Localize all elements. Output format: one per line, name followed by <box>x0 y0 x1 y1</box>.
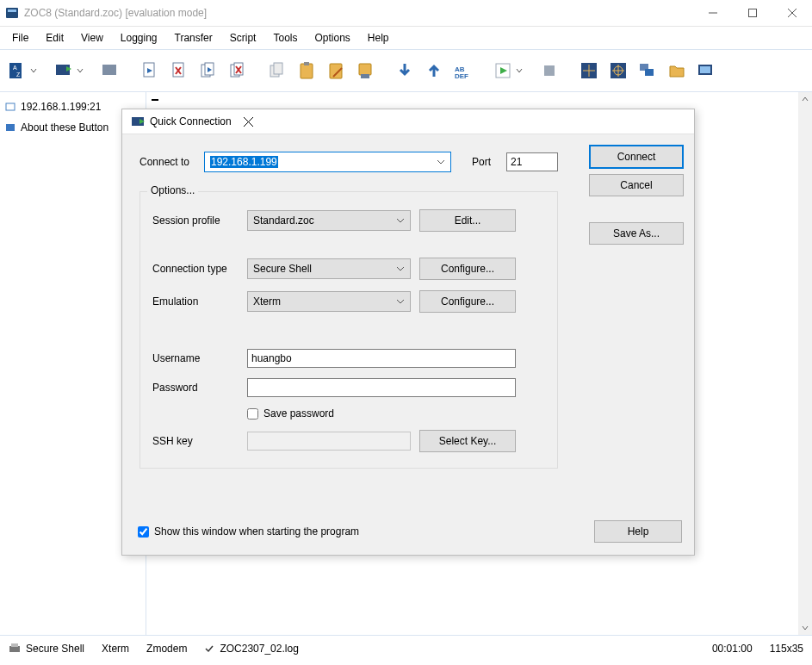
session-icon <box>5 102 15 112</box>
pages-x-icon <box>228 61 247 80</box>
paste-edit-button[interactable] <box>322 54 350 87</box>
svg-text:DEF: DEF <box>455 72 468 80</box>
dropdown-icon <box>77 67 84 74</box>
select-key-button[interactable]: Select Key... <box>419 430 516 452</box>
menu-options[interactable]: Options <box>306 28 358 47</box>
menu-file[interactable]: File <box>3 28 37 47</box>
save-password-checkbox[interactable]: Save password <box>247 407 334 420</box>
print-button[interactable] <box>351 54 379 87</box>
status-logfile: ZOC2307_02.log <box>204 643 298 655</box>
cancel-button[interactable]: Cancel <box>589 174 684 196</box>
svg-rect-1 <box>8 9 16 12</box>
connection-type-combo[interactable]: Secure Shell <box>247 258 411 279</box>
toolbar: AZ ABDEF <box>0 49 812 92</box>
target1-button[interactable] <box>575 54 603 87</box>
scroll-up-icon[interactable] <box>798 92 812 106</box>
host-directory-button[interactable]: AZ <box>3 54 48 87</box>
configure-emulation-button[interactable]: Configure... <box>419 290 516 313</box>
edit-profile-button[interactable]: Edit... <box>419 209 516 232</box>
quick-connect-button[interactable] <box>50 54 95 87</box>
arrow-down-icon <box>395 61 414 80</box>
tile-windows-button[interactable] <box>634 54 661 87</box>
window-title: ZOC8 (Standard.zoc) [evaluation mode] <box>24 7 207 19</box>
close-button[interactable] <box>772 0 812 26</box>
maximize-button[interactable] <box>733 0 772 26</box>
open-folder-button[interactable] <box>663 54 691 87</box>
log-stop-button[interactable] <box>165 54 193 87</box>
dialog-title: Quick Connection <box>150 115 232 127</box>
session-active-icon <box>5 122 15 133</box>
svg-text:A: A <box>13 65 17 71</box>
emulation-combo[interactable]: Xterm <box>247 291 411 312</box>
menu-logging[interactable]: Logging <box>112 28 166 47</box>
arrow-up-icon <box>425 61 443 80</box>
connect-button[interactable]: Connect <box>589 145 684 169</box>
dialog-close-button[interactable] <box>232 109 266 134</box>
minimize-button[interactable] <box>693 0 733 26</box>
session-profile-label: Session profile <box>152 214 239 227</box>
menu-transfer[interactable]: Transfer <box>166 28 221 47</box>
status-emulation: Xterm <box>102 643 129 655</box>
monitor-blank-icon <box>697 61 716 80</box>
windows-icon <box>638 61 657 80</box>
menu-tools[interactable]: Tools <box>264 28 306 47</box>
paste-button[interactable] <box>293 54 320 87</box>
session-list-item[interactable]: About these Button <box>5 118 140 137</box>
svg-rect-49 <box>6 124 15 131</box>
disconnect-button[interactable] <box>96 54 124 87</box>
stop-script-button[interactable] <box>536 54 563 87</box>
monitor-off-icon <box>101 61 120 80</box>
show-on-startup-checkbox[interactable]: Show this window when starting the progr… <box>138 525 359 538</box>
play-icon <box>493 61 512 80</box>
crosshair-icon <box>580 61 598 80</box>
connect-to-combo[interactable]: 192.168.1.199 <box>204 152 451 172</box>
options-group: Options... Session profile Standard.zoc … <box>139 191 558 469</box>
download-button[interactable] <box>391 54 418 87</box>
vertical-scrollbar[interactable] <box>798 92 812 635</box>
menu-bar: File Edit View Logging Transfer Script T… <box>0 27 812 49</box>
crosshair-circle-icon <box>609 61 628 80</box>
svg-rect-3 <box>749 9 757 17</box>
terminal-cursor <box>152 99 158 101</box>
capture-start-button[interactable] <box>195 54 222 87</box>
menu-edit[interactable]: Edit <box>37 28 72 47</box>
dropdown-icon <box>396 264 405 273</box>
menu-script[interactable]: Script <box>221 28 265 47</box>
help-button[interactable]: Help <box>594 520 682 543</box>
status-connection: Secure Shell <box>9 643 84 655</box>
save-as-button[interactable]: Save As... <box>589 222 684 245</box>
svg-rect-27 <box>304 62 309 65</box>
configure-connection-button[interactable]: Configure... <box>419 258 516 280</box>
clipboard-printer-icon <box>356 61 375 80</box>
ascii-send-button[interactable]: ABDEF <box>449 54 477 87</box>
log-start-button[interactable] <box>136 54 164 87</box>
password-field[interactable] <box>247 378 516 397</box>
copy-button[interactable] <box>263 54 291 87</box>
session-label: 192.168.1.199:21 <box>21 101 101 113</box>
new-session-button[interactable] <box>692 54 720 87</box>
password-label: Password <box>152 382 239 394</box>
menu-help[interactable]: Help <box>359 28 398 47</box>
menu-view[interactable]: View <box>72 28 112 47</box>
port-field[interactable] <box>506 152 558 171</box>
session-profile-combo[interactable]: Standard.zoc <box>247 210 411 231</box>
svg-rect-36 <box>544 65 555 76</box>
scroll-down-icon[interactable] <box>798 621 812 635</box>
dialog-title-bar: Quick Connection <box>122 109 694 134</box>
title-bar: ZOC8 (Standard.zoc) [evaluation mode] <box>0 0 812 27</box>
session-list-item[interactable]: 192.168.1.199:21 <box>5 97 140 116</box>
pages-arrow-icon <box>199 61 218 80</box>
upload-button[interactable] <box>420 54 448 87</box>
app-icon <box>5 6 19 20</box>
status-time: 00:01:00 <box>712 643 753 655</box>
capture-stop-button[interactable] <box>224 54 251 87</box>
run-script-button[interactable] <box>489 54 534 87</box>
dropdown-icon <box>437 158 445 166</box>
svg-rect-30 <box>359 64 371 75</box>
target2-button[interactable] <box>604 54 632 87</box>
ssh-key-field <box>247 432 411 451</box>
dropdown-icon <box>396 216 405 225</box>
username-field[interactable] <box>247 349 516 368</box>
folder-icon <box>667 61 686 80</box>
abc-icon: ABDEF <box>454 61 473 80</box>
